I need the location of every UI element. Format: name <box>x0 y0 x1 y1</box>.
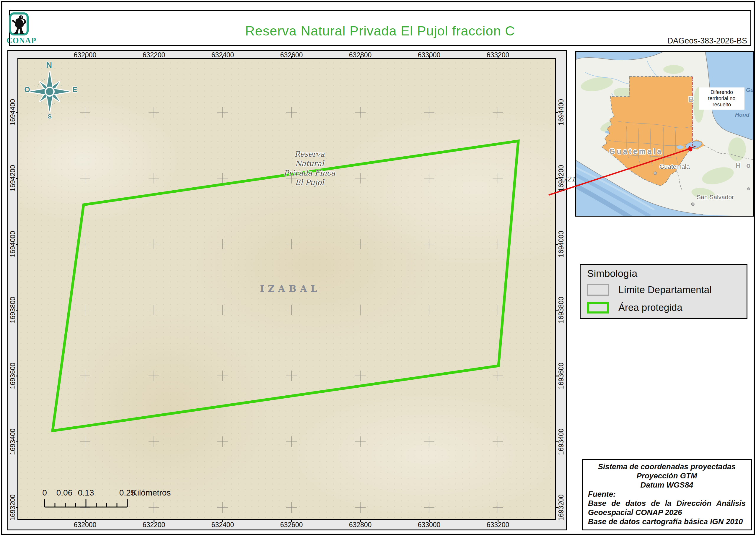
x-axis-tick-bottom <box>429 519 430 522</box>
legend-item-label: Límite Departamental <box>618 284 711 295</box>
scale-bar-ladder <box>41 498 136 508</box>
conap-logo-text: CONAP <box>7 36 31 45</box>
y-axis-label-right: 1694200 <box>557 165 565 191</box>
y-axis-tick-left <box>16 112 18 113</box>
protected-area-map-label: Reserva Natural Privada Finca El Pujol <box>284 150 335 187</box>
x-axis-label-bottom: 632400 <box>211 521 234 529</box>
info-datum-line: Datum WGS84 <box>588 481 746 489</box>
document-code: DAGeos-383-2026-BS <box>667 36 747 46</box>
inset-san-salvador-label: San Salvador <box>697 193 734 200</box>
x-axis-tick-top <box>154 56 154 58</box>
y-axis-tick-right <box>556 507 558 508</box>
legend-title: Simbología <box>587 268 637 279</box>
info-source-heading: Fuente: <box>588 489 746 499</box>
inset-sea-label-1: Gu <box>746 87 753 93</box>
x-axis-tick-bottom <box>498 519 498 522</box>
area-label-line: Reserva <box>284 150 335 159</box>
x-axis-tick-top <box>498 56 498 58</box>
x-axis-label-bottom: 632000 <box>74 521 97 529</box>
x-axis-tick-top <box>222 56 223 58</box>
x-axis-label-bottom: 632200 <box>142 521 165 529</box>
disclaimer-line: territorial no <box>700 95 744 102</box>
y-axis-tick-right <box>556 376 558 377</box>
legend-item-label: Área protegida <box>618 302 682 313</box>
y-axis-tick-left <box>16 376 18 377</box>
compass-east-label: E <box>72 85 78 94</box>
department-label-izabal: IZABAL <box>260 284 320 294</box>
y-axis-tick-left <box>16 442 18 442</box>
x-axis-tick-bottom <box>154 519 154 522</box>
y-axis-tick-right <box>556 442 558 442</box>
inset-city-label: Guatemala <box>659 163 690 170</box>
legend-item-departmental-limit: Límite Departamental <box>587 283 711 297</box>
inset-honduras-dot <box>747 187 750 190</box>
scale-bar-number: 0.25 <box>119 488 136 498</box>
y-axis-label-right: 1694000 <box>557 231 565 257</box>
x-axis-tick-bottom <box>85 519 86 522</box>
disclaimer-line: Diferendo <box>700 89 744 95</box>
inset-san-salvador-dot <box>691 203 694 206</box>
y-axis-label-right: 1693400 <box>557 428 565 455</box>
y-axis-label-right: 1693200 <box>557 494 565 521</box>
y-axis-tick-right <box>556 310 558 311</box>
inset-map-graphic: B Guatemala Guatemala San Salvador H o G… <box>576 52 753 216</box>
info-source-1: Base de datos de la Dirección Análisis G… <box>588 499 746 517</box>
info-crs-line: Sistema de coordenadas proyectadas <box>588 462 746 471</box>
inset-city-dot <box>654 172 657 175</box>
inset-sea-label-2: Hond <box>735 112 749 118</box>
scale-bar-number: 0 <box>42 488 47 498</box>
x-axis-label-bottom: 632800 <box>349 521 372 529</box>
y-axis-tick-left <box>16 178 18 179</box>
conap-monkey-logo-icon <box>9 13 29 35</box>
y-axis-tick-left <box>16 244 18 245</box>
area-label-line: El Pujol <box>284 178 335 187</box>
y-axis-tick-right <box>556 112 558 113</box>
y-axis-label-right: 1694400 <box>557 99 565 125</box>
y-axis-tick-right <box>556 244 558 245</box>
scale-bar-number: 0.13 <box>78 488 94 498</box>
inset-honduras-label: H o <box>736 161 752 169</box>
inset-country-label: Guatemala <box>609 147 663 155</box>
scale-bar-number: 0.06 <box>56 488 73 498</box>
info-source-2: Base de datos cartografía básica IGN 201… <box>588 517 746 526</box>
legend-item-protected-area: Área protegida <box>587 301 682 315</box>
area-label-line: Natural <box>284 159 335 168</box>
info-projection-line: Proyección GTM <box>588 471 746 481</box>
protected-area-swatch <box>587 302 609 314</box>
departmental-limit-swatch <box>587 284 609 296</box>
area-label-line: Privada Finca <box>284 168 335 178</box>
x-axis-tick-bottom <box>222 519 223 522</box>
scale-bar-unit: Kilómetros <box>132 488 171 498</box>
y-axis-tick-left <box>16 507 18 508</box>
y-axis-tick-right <box>556 178 558 179</box>
y-axis-label-right: 1693800 <box>557 297 565 323</box>
compass-north-label: N <box>46 60 52 70</box>
inset-locator-map: B Guatemala Guatemala San Salvador H o G… <box>575 51 754 217</box>
legend: Simbología Límite Departamental Área pro… <box>580 264 747 319</box>
inset-location-dot <box>689 148 693 151</box>
x-axis-label-bottom: 633200 <box>487 521 509 529</box>
inset-belize-label: B <box>688 95 694 104</box>
x-axis-tick-top <box>360 56 361 58</box>
page-title: Reserva Natural Privada El Pujol fraccio… <box>10 23 750 39</box>
x-axis-label-bottom: 632600 <box>280 521 303 529</box>
x-axis-label-bottom: 633000 <box>418 521 441 529</box>
coordinate-system-info-box: Sistema de coordenadas proyectadas Proye… <box>582 459 752 530</box>
x-axis-tick-top <box>429 56 430 58</box>
compass-west-label: O <box>24 85 30 94</box>
x-axis-tick-top <box>85 56 86 58</box>
x-axis-tick-bottom <box>360 519 361 522</box>
disclaimer-line: resuelto <box>700 102 744 108</box>
y-axis-label-right: 1693600 <box>557 362 565 389</box>
header: Reserva Natural Privada El Pujol fraccio… <box>9 10 751 46</box>
x-axis-tick-bottom <box>291 519 292 522</box>
y-axis-tick-left <box>16 310 18 311</box>
x-axis-tick-top <box>291 56 292 58</box>
territorial-dispute-note: Diferendo territorial no resuelto <box>699 87 744 110</box>
map-document-page: Reserva Natural Privada El Pujol fraccio… <box>0 0 756 536</box>
compass-south-label: S <box>47 113 52 120</box>
